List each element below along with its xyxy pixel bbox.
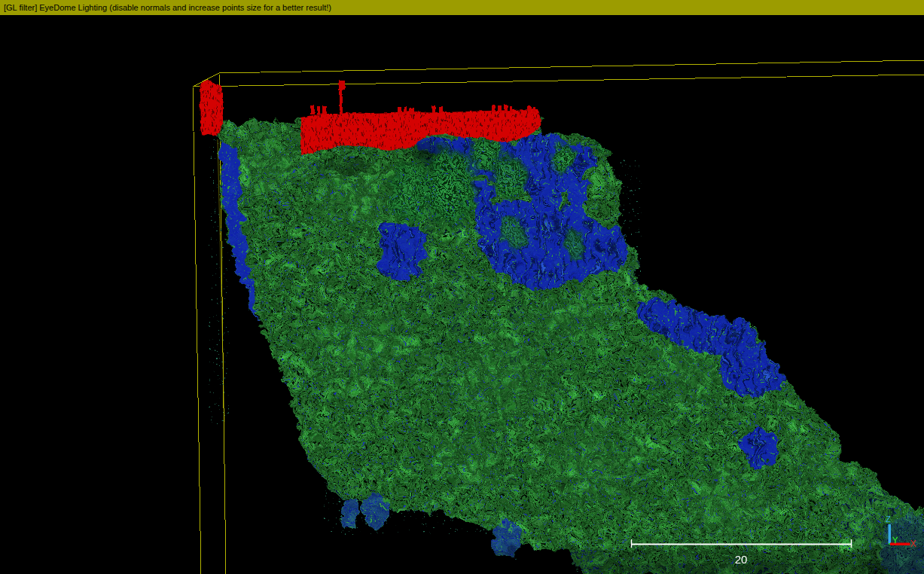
svg-text:X: X	[910, 539, 916, 549]
svg-text:20: 20	[735, 553, 748, 566]
svg-text:Z: Z	[886, 514, 891, 524]
svg-text:Y: Y	[892, 536, 898, 545]
